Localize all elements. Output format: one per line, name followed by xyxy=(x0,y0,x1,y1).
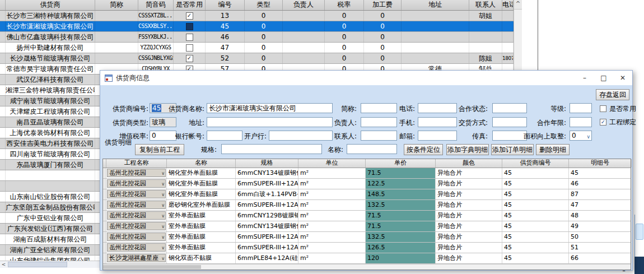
table-row[interactable]: 岳州北控花园∨室外单面贴膜6mmCNY134镀膜钢化m²71.5异地合片4549 xyxy=(103,221,631,232)
table-cell[interactable]: 71.5 xyxy=(366,211,436,221)
table-cell[interactable]: 岳州北控花园∨ xyxy=(106,200,167,210)
column-header[interactable]: 简称 xyxy=(95,0,138,10)
scroll-up-icon[interactable]: ^ xyxy=(514,0,522,10)
column-header[interactable]: 税率 xyxy=(325,0,364,10)
bank-account-input[interactable] xyxy=(207,131,242,141)
table-cell[interactable]: 120 xyxy=(366,253,436,263)
scrollbar-thumb[interactable] xyxy=(103,265,201,269)
table-cell[interactable]: 132.5 xyxy=(366,232,436,242)
column-header[interactable]: 单价 xyxy=(366,159,436,168)
table-cell[interactable]: 122.5 xyxy=(366,179,436,189)
table-row[interactable]: 长沙市潇湘玻璃实业有限公司CSSXXBLSY...45000 xyxy=(0,21,521,32)
table-row[interactable]: 岳州北控花园∨室外单面贴膜6mmSUPER-III+12A(硅...m²126.… xyxy=(103,243,631,253)
add-order-detail-button[interactable]: 添加订单明细 xyxy=(491,144,534,155)
chevron-down-icon[interactable]: ∨ xyxy=(161,244,165,252)
table-cell[interactable]: 148.5 xyxy=(366,189,436,199)
project-combo[interactable]: 岳州北控花园∨ xyxy=(107,169,166,177)
chevron-down-icon[interactable]: ∨ xyxy=(161,212,165,220)
column-header[interactable]: 地址 xyxy=(402,0,469,10)
chevron-down-icon[interactable]: ∨ xyxy=(161,180,165,188)
table-cell[interactable]: 长沙龙湖祺鑫星座∨ xyxy=(106,253,167,263)
column-header[interactable]: 类型 xyxy=(245,0,283,10)
table-cell[interactable]: 岳州北控花园∨ xyxy=(106,221,167,231)
column-header[interactable]: 加工费 xyxy=(364,0,402,10)
chevron-down-icon[interactable]: ∨ xyxy=(586,132,590,141)
project-combo[interactable]: 岳州北控花园∨ xyxy=(107,222,166,230)
save-return-button[interactable]: 存盘返回 xyxy=(596,89,629,100)
table-cell[interactable]: 岳州北控花园∨ xyxy=(106,168,167,178)
project-combo[interactable]: 岳州北控花园∨ xyxy=(107,243,166,252)
name-filter-input[interactable] xyxy=(347,144,397,154)
table-cell[interactable]: 71.5 xyxy=(366,168,436,178)
table-row[interactable]: 长沙市三湘特种玻璃有限公司CSSSXTZBL...✓13000胡姐 xyxy=(0,11,521,21)
address-input[interactable] xyxy=(207,117,333,127)
scrollbar-thumb[interactable] xyxy=(8,262,67,267)
project-bind-checkbox[interactable]: ✓ xyxy=(600,119,606,126)
column-header[interactable]: 单位 xyxy=(298,159,366,168)
common-checkbox[interactable] xyxy=(186,34,193,41)
chevron-down-icon[interactable]: ∨ xyxy=(161,170,165,177)
column-header[interactable]: 名称 xyxy=(167,159,236,168)
delete-detail-button[interactable]: 删除明细 xyxy=(536,144,570,155)
column-header[interactable]: 简音码 xyxy=(138,0,174,10)
column-header[interactable]: 供货商编号 xyxy=(502,159,569,168)
project-combo[interactable]: 岳州北控花园∨ xyxy=(107,201,166,209)
column-header[interactable] xyxy=(0,0,6,10)
column-header[interactable]: 供货商 xyxy=(6,0,95,10)
table-cell[interactable]: 岳州北控花园∨ xyxy=(106,179,167,189)
column-header[interactable]: 联系人 xyxy=(469,0,502,10)
table-cell[interactable]: 岳州北控花园∨ xyxy=(106,243,167,253)
area-round-up-input[interactable]: 0∨ xyxy=(570,131,592,141)
common-checkbox[interactable] xyxy=(186,23,193,30)
coop-years-input[interactable] xyxy=(570,117,592,127)
chevron-down-icon[interactable]: ∨ xyxy=(161,202,165,209)
column-header[interactable]: 颜色 xyxy=(436,159,502,168)
table-row[interactable]: 扬州中勤建材有限公司YZZQJCYXGS47000 xyxy=(0,43,521,53)
chevron-down-icon[interactable]: ∨ xyxy=(161,223,165,230)
maximize-icon[interactable]: □ xyxy=(594,71,613,85)
table-row[interactable]: 长沙龙湖祺鑫星座∨钢化双面不贴膜6mmPLE84+12A(硅酮胶...m²120… xyxy=(103,253,631,264)
table-cell[interactable]: 71.5 xyxy=(366,221,436,231)
table-row[interactable]: 佛山市亿鑫玻璃科技有限公司FSSYXBLKJ...46000 xyxy=(0,32,521,43)
scroll-left-icon[interactable]: < xyxy=(0,261,7,268)
column-header[interactable]: 规格 xyxy=(236,159,298,168)
delivery-method-input[interactable] xyxy=(492,117,527,127)
project-combo[interactable]: 岳州北控花园∨ xyxy=(107,190,166,198)
chevron-down-icon[interactable]: ∨ xyxy=(161,255,165,262)
grade-input[interactable] xyxy=(570,103,592,113)
table-row[interactable]: 岳州北控花园∨钢化室外单面贴膜6mmSUPER-III+12A(硅...m²12… xyxy=(103,179,631,189)
table-cell[interactable]: 岳州北控花园∨ xyxy=(106,189,167,199)
project-combo[interactable]: 岳州北控花园∨ xyxy=(107,233,166,241)
common-checkbox[interactable]: ✓ xyxy=(186,55,193,62)
chevron-down-icon[interactable]: ∨ xyxy=(161,191,165,198)
column-header[interactable]: 明细号 xyxy=(569,159,632,168)
detail-table-horizontal-scrollbar[interactable] xyxy=(103,264,631,270)
table-cell[interactable]: 132.5 xyxy=(366,200,436,210)
table-row[interactable]: 岳州北控花园∨室外单面贴膜6mmCNY129B镀膜钢化m²71.5异地合片454… xyxy=(103,211,631,221)
column-header[interactable]: 负责人 xyxy=(283,0,325,10)
project-combo[interactable]: 长沙龙湖祺鑫星座∨ xyxy=(107,254,166,262)
column-header[interactable]: 工程名称 xyxy=(106,159,167,168)
table-row[interactable]: 长沙晟格节能玻璃有限公司CSSGJNBLYXGS✓52000陈姐180751 xyxy=(0,53,521,64)
spec-filter-input[interactable] xyxy=(221,144,322,154)
table-cell[interactable]: 岳州北控花园∨ xyxy=(106,232,167,242)
column-header[interactable]: 是否常用 xyxy=(174,0,206,10)
common-checkbox[interactable]: ✓ xyxy=(186,12,193,20)
project-combo[interactable]: 岳州北控花园∨ xyxy=(107,211,166,220)
table-row[interactable]: 岳州北控花园∨磨砂钢化室外单面贴膜6mmSUPER-III+12A(硅...m²… xyxy=(103,200,631,211)
dialog-titlebar[interactable]: 供货商信息 – □ ✕ xyxy=(100,71,632,85)
table-cell[interactable]: 岳州北控花园∨ xyxy=(106,211,167,221)
chevron-down-icon[interactable]: ∨ xyxy=(161,234,165,241)
is-common-checkbox[interactable] xyxy=(600,105,606,112)
close-icon[interactable]: ✕ xyxy=(613,71,632,85)
column-header[interactable]: 编号 xyxy=(206,0,245,10)
add-dictionary-detail-button[interactable]: 添加字典明细 xyxy=(446,144,489,155)
minimize-icon[interactable]: – xyxy=(575,71,594,85)
supplier-name-input[interactable]: 长沙市潇湘玻璃实业有限公司 xyxy=(207,103,333,113)
project-combo[interactable]: 岳州北控花园∨ xyxy=(107,179,166,188)
table-row[interactable]: 岳州北控花园∨室外单面贴膜6mmSUPER-III+12A(硅...m²132.… xyxy=(103,232,631,243)
table-cell[interactable]: 126.5 xyxy=(366,243,436,253)
copy-current-project-button[interactable]: 复制当前工程 xyxy=(135,144,184,155)
locate-by-condition-button[interactable]: 按条件定位 xyxy=(404,144,443,155)
table-row[interactable]: 岳州北控花园∨钢化室外单面贴膜6mmCNY134镀膜钢化m²71.5异地合片45… xyxy=(103,168,631,179)
